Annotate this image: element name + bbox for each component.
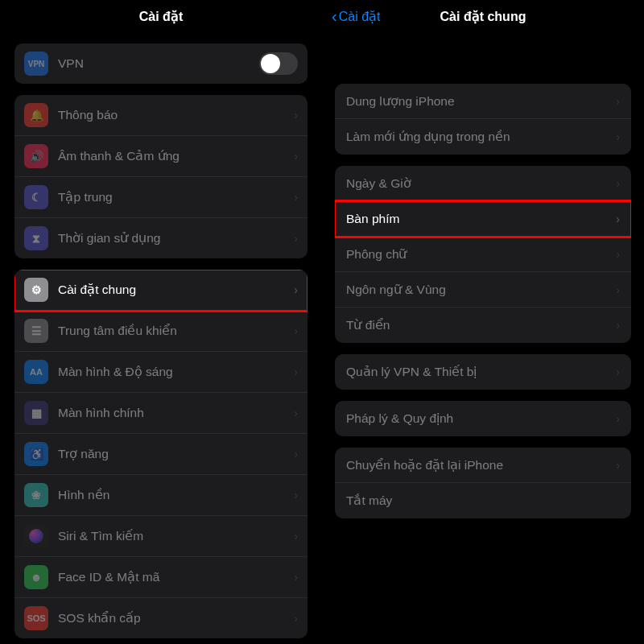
chevron-left-icon: ‹ [332, 7, 337, 26]
chevron-right-icon: › [616, 412, 620, 425]
left-header: Cài đặt [0, 0, 322, 32]
sos-label: SOS khẩn cấp [58, 611, 294, 625]
chevron-right-icon: › [616, 95, 620, 108]
row-legal[interactable]: Pháp lý & Quy định › [335, 401, 631, 436]
faceid-label: Face ID & Mật mã [58, 570, 294, 584]
gear-icon: ⚙ [24, 278, 48, 302]
bell-icon: 🔔 [24, 103, 48, 127]
sos-icon: SOS [24, 606, 48, 630]
speaker-icon: 🔊 [24, 144, 48, 168]
chevron-right-icon: › [294, 489, 298, 502]
row-date[interactable]: Ngày & Giờ › [335, 166, 631, 201]
siri-icon [24, 524, 48, 548]
settings-root-pane: Cài đặt VPN VPN 🔔 Thông báo › 🔊 Âm thanh… [0, 0, 322, 644]
access-label: Trợ năng [58, 447, 294, 461]
back-button[interactable]: ‹ Cài đặt [332, 7, 380, 26]
home-label: Màn hình chính [58, 406, 294, 420]
wallpaper-label: Hình nền [58, 488, 294, 502]
row-accessibility[interactable]: ♿ Trợ năng › [14, 434, 308, 475]
legal-label: Pháp lý & Quy định [346, 411, 616, 426]
row-faceid[interactable]: ☻ Face ID & Mật mã › [14, 557, 308, 598]
row-keyboard[interactable]: Bàn phím › [335, 201, 631, 237]
row-shutdown[interactable]: Tắt máy [335, 483, 631, 518]
chevron-right-icon: › [294, 324, 298, 337]
chevron-right-icon: › [616, 365, 620, 378]
chevron-right-icon: › [294, 571, 298, 584]
row-bgapp[interactable]: Làm mới ứng dụng trong nền › [335, 119, 631, 155]
chevron-right-icon: › [294, 530, 298, 543]
chevron-right-icon: › [294, 191, 298, 204]
storage-section: Dung lượng iPhone › Làm mới ứng dụng tro… [335, 84, 631, 155]
row-fonts[interactable]: Phông chữ › [335, 237, 631, 272]
vpn-toggle[interactable] [259, 52, 298, 75]
chevron-right-icon: › [294, 448, 298, 460]
screentime-label: Thời gian sử dụng [58, 231, 294, 246]
row-screentime[interactable]: ⧗ Thời gian sử dụng › [14, 218, 308, 258]
chevron-right-icon: › [616, 283, 620, 296]
vpn-label: VPN [58, 56, 259, 71]
display-label: Màn hình & Độ sáng [58, 365, 294, 379]
vpn-section: VPN VPN [14, 43, 308, 84]
focus-label: Tập trung [58, 190, 294, 204]
row-home[interactable]: ▦ Màn hình chính › [14, 393, 308, 434]
vpnmgmt-label: Quản lý VPN & Thiết bị [346, 365, 616, 379]
reset-section: Chuyển hoặc đặt lại iPhone › Tắt máy [335, 448, 631, 518]
left-title: Cài đặt [139, 9, 183, 24]
chevron-right-icon: › [294, 407, 298, 419]
row-reset[interactable]: Chuyển hoặc đặt lại iPhone › [335, 448, 631, 483]
flower-icon: ❀ [24, 483, 48, 507]
row-vpnmgmt[interactable]: Quản lý VPN & Thiết bị › [335, 354, 631, 390]
hourglass-icon: ⧗ [24, 226, 48, 250]
row-display[interactable]: AA Màn hình & Độ sáng › [14, 352, 308, 393]
row-sound[interactable]: 🔊 Âm thanh & Cảm ứng › [14, 136, 308, 177]
chevron-right-icon: › [616, 459, 620, 472]
chevron-right-icon: › [616, 319, 620, 332]
row-language[interactable]: Ngôn ngữ & Vùng › [335, 272, 631, 308]
right-header: ‹ Cài đặt Cài đặt chung [322, 0, 644, 32]
chevron-right-icon: › [616, 213, 620, 225]
chevron-right-icon: › [294, 150, 298, 163]
chevron-right-icon: › [294, 612, 298, 625]
chevron-right-icon: › [616, 248, 620, 261]
back-label: Cài đặt [339, 9, 381, 24]
notifications-section: 🔔 Thông báo › 🔊 Âm thanh & Cảm ứng › ☾ T… [14, 95, 308, 258]
row-dictionary[interactable]: Từ điển › [335, 308, 631, 343]
general-label: Cài đặt chung [58, 283, 294, 297]
spacer [322, 32, 644, 72]
chevron-right-icon: › [294, 232, 298, 245]
row-general[interactable]: ⚙ Cài đặt chung › [14, 270, 308, 311]
chevron-right-icon: › [294, 365, 298, 378]
notify-label: Thông báo [58, 108, 294, 122]
fonts-label: Phông chữ [346, 247, 616, 262]
chevron-right-icon: › [294, 109, 298, 122]
row-control-center[interactable]: ☰ Trung tâm điều khiển › [14, 311, 308, 352]
row-notify[interactable]: 🔔 Thông báo › [14, 95, 308, 136]
row-storage[interactable]: Dung lượng iPhone › [335, 84, 631, 119]
textsize-icon: AA [24, 360, 48, 384]
reset-label: Chuyển hoặc đặt lại iPhone [346, 458, 616, 473]
bgapp-label: Làm mới ứng dụng trong nền [346, 130, 616, 144]
sliders-icon: ☰ [24, 319, 48, 343]
right-title: Cài đặt chung [440, 9, 526, 24]
row-focus[interactable]: ☾ Tập trung › [14, 177, 308, 218]
shutdown-label: Tắt máy [346, 493, 620, 508]
lang-label: Ngôn ngữ & Vùng [346, 283, 616, 297]
legal-section: Pháp lý & Quy định › [335, 401, 631, 436]
control-label: Trung tâm điều khiển [58, 324, 294, 338]
siri-label: Siri & Tìm kiếm [58, 529, 294, 543]
keyboard-label: Bàn phím [346, 212, 616, 226]
date-label: Ngày & Giờ [346, 176, 616, 191]
vpn-row[interactable]: VPN VPN [14, 43, 308, 84]
vpn-icon: VPN [24, 52, 48, 76]
moon-icon: ☾ [24, 185, 48, 209]
chevron-right-icon: › [294, 283, 298, 296]
sound-label: Âm thanh & Cảm ứng [58, 149, 294, 163]
row-wallpaper[interactable]: ❀ Hình nền › [14, 475, 308, 516]
vpnmgmt-section: Quản lý VPN & Thiết bị › [335, 354, 631, 390]
grid-icon: ▦ [24, 401, 48, 425]
row-siri[interactable]: Siri & Tìm kiếm › [14, 516, 308, 557]
face-icon: ☻ [24, 565, 48, 589]
row-sos[interactable]: SOS SOS khẩn cấp › [14, 598, 308, 638]
locale-section: Ngày & Giờ › Bàn phím › Phông chữ › Ngôn… [335, 166, 631, 343]
chevron-right-icon: › [616, 177, 620, 190]
